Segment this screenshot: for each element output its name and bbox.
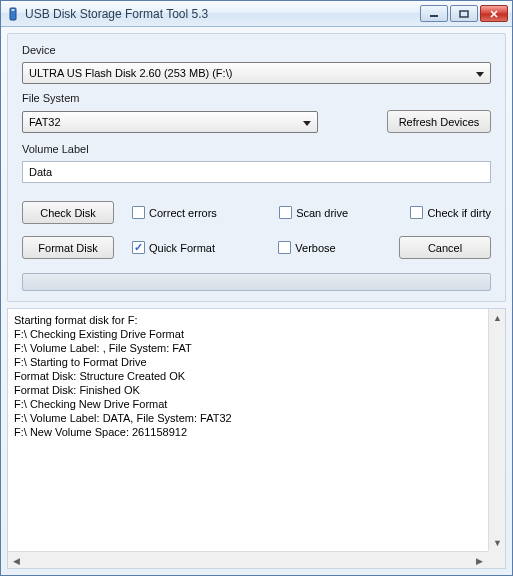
log-panel: Starting format disk for F:F:\ Checking … [7,308,506,569]
minimize-button[interactable] [420,5,448,22]
svg-marker-6 [476,72,484,77]
main-panel: Device ULTRA US Flash Disk 2.60 (253 MB)… [7,33,506,302]
log-line: F:\ New Volume Space: 261158912 [14,425,485,439]
titlebar[interactable]: USB Disk Storage Format Tool 5.3 [1,1,512,27]
checkbox-label: Correct errors [149,207,217,219]
device-selected: ULTRA US Flash Disk 2.60 (253 MB) (F:\) [29,67,232,79]
checkbox-label: Verbose [295,242,335,254]
log-line: F:\ Starting to Format Drive [14,355,485,369]
scroll-corner [488,551,505,568]
file-system-dropdown[interactable]: FAT32 [22,111,318,133]
volume-label-label: Volume Label [22,143,491,155]
scan-drive-checkbox[interactable]: Scan drive [279,206,348,219]
scroll-left-button[interactable]: ◀ [8,552,25,569]
file-system-selected: FAT32 [29,116,61,128]
cancel-button[interactable]: Cancel [399,236,491,259]
svg-rect-1 [12,9,15,11]
checkbox-icon [279,206,292,219]
svg-rect-2 [430,15,438,17]
log-line: F:\ Checking New Drive Format [14,397,485,411]
checkbox-icon [410,206,423,219]
window-title: USB Disk Storage Format Tool 5.3 [25,7,420,21]
app-icon [5,6,21,22]
volume-label-input[interactable] [22,161,491,183]
log-line: F:\ Volume Label: , File System: FAT [14,341,485,355]
svg-marker-7 [303,121,311,126]
log-line: F:\ Checking Existing Drive Format [14,327,485,341]
quick-format-checkbox[interactable]: Quick Format [132,241,215,254]
checkbox-icon [132,241,145,254]
horizontal-scrollbar[interactable]: ◀ ▶ [8,551,488,568]
checkbox-icon [132,206,145,219]
maximize-button[interactable] [450,5,478,22]
chevron-down-icon [303,116,311,128]
correct-errors-checkbox[interactable]: Correct errors [132,206,217,219]
checkbox-label: Check if dirty [427,207,491,219]
log-line: Format Disk: Finished OK [14,383,485,397]
log-line: F:\ Volume Label: DATA, File System: FAT… [14,411,485,425]
progress-bar [22,273,491,291]
close-button[interactable] [480,5,508,22]
checkbox-label: Quick Format [149,242,215,254]
vertical-scrollbar[interactable]: ▲ ▼ [488,309,505,551]
file-system-label: File System [22,92,491,104]
checkbox-icon [278,241,291,254]
window-controls [420,5,508,22]
app-window: USB Disk Storage Format Tool 5.3 Device … [0,0,513,576]
log-line: Starting format disk for F: [14,313,485,327]
format-disk-button[interactable]: Format Disk [22,236,114,259]
check-if-dirty-checkbox[interactable]: Check if dirty [410,206,491,219]
checkbox-label: Scan drive [296,207,348,219]
svg-rect-3 [460,11,468,17]
check-disk-button[interactable]: Check Disk [22,201,114,224]
scroll-right-button[interactable]: ▶ [471,552,488,569]
scroll-up-button[interactable]: ▲ [489,309,506,326]
verbose-checkbox[interactable]: Verbose [278,241,335,254]
scroll-down-button[interactable]: ▼ [489,534,506,551]
device-dropdown[interactable]: ULTRA US Flash Disk 2.60 (253 MB) (F:\) [22,62,491,84]
chevron-down-icon [476,67,484,79]
log-content[interactable]: Starting format disk for F:F:\ Checking … [8,309,505,568]
device-label: Device [22,44,491,56]
refresh-devices-button[interactable]: Refresh Devices [387,110,491,133]
log-line: Format Disk: Structure Created OK [14,369,485,383]
